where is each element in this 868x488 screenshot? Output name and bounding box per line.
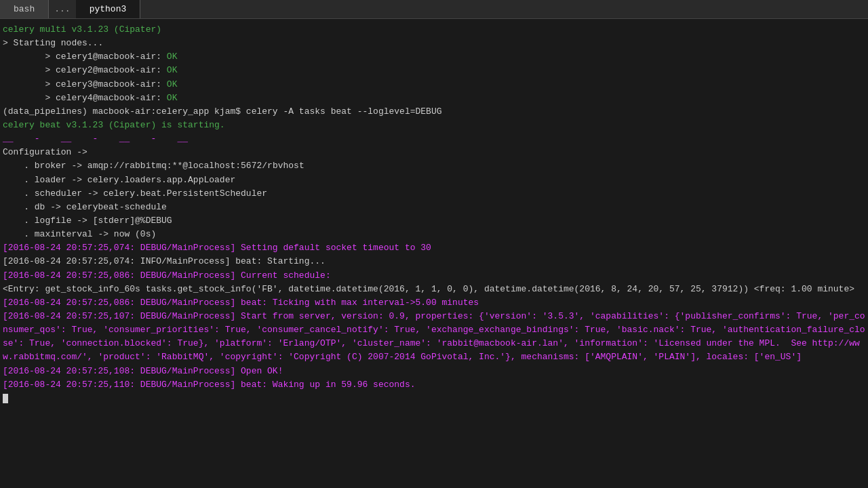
terminal-line: > celery3@macbook-air: OK: [3, 78, 865, 92]
tab-python3[interactable]: python3: [76, 0, 141, 18]
terminal-line: . broker -> amqp://rabbitmq:**@localhost…: [3, 159, 865, 173]
terminal-line: > Starting nodes...: [3, 37, 865, 50]
terminal-line: [2016-08-24 20:57:25,074: DEBUG/MainProc…: [3, 241, 865, 255]
terminal-line: > celery2@macbook-air: OK: [3, 64, 865, 77]
tab-bar: bash ... python3: [0, 0, 868, 19]
terminal-line: [2016-08-24 20:57:25,086: DEBUG/MainProc…: [3, 296, 865, 310]
terminal-line: . maxinterval -> now (0s): [3, 228, 865, 241]
terminal-line: > celery4@macbook-air: OK: [3, 92, 865, 105]
terminal-line: . logfile -> [stderr]@%DEBUG: [3, 214, 865, 228]
terminal-line: celery beat v3.1.23 (Cipater) is startin…: [3, 119, 865, 132]
terminal-line: . loader -> celery.loaders.app.AppLoader: [3, 174, 865, 187]
terminal-line: . db -> celerybeat-schedule: [3, 201, 865, 214]
terminal-line: [2016-08-24 20:57:25,074: INFO/MainProce…: [3, 255, 865, 268]
terminal-line: celery multi v3.1.23 (Cipater): [3, 23, 865, 37]
tab-ellipsis: ...: [49, 0, 75, 18]
terminal-line: (data_pipelines) macbook-air:celery_app …: [3, 105, 865, 119]
terminal-line: [2016-08-24 20:57:25,107: DEBUG/MainProc…: [3, 310, 865, 365]
terminal-line: <Entry: get_stock_info_60s tasks.get_sto…: [3, 283, 865, 296]
terminal-line: > celery1@macbook-air: OK: [3, 50, 865, 64]
terminal-line: Configuration ->: [3, 146, 865, 159]
terminal-line: [2016-08-24 20:57:25,086: DEBUG/MainProc…: [3, 269, 865, 283]
tab-bash[interactable]: bash: [0, 0, 49, 18]
terminal-line: __ - __ - __ - __: [3, 132, 865, 146]
terminal-line: . scheduler -> celery.beat.PersistentSch…: [3, 187, 865, 201]
terminal-line: [2016-08-24 20:57:25,110: DEBUG/MainProc…: [3, 378, 865, 392]
terminal-output: celery multi v3.1.23 (Cipater)> Starting…: [0, 19, 868, 409]
terminal-line: [2016-08-24 20:57:25,108: DEBUG/MainProc…: [3, 365, 865, 378]
terminal-cursor-line: [3, 392, 865, 405]
